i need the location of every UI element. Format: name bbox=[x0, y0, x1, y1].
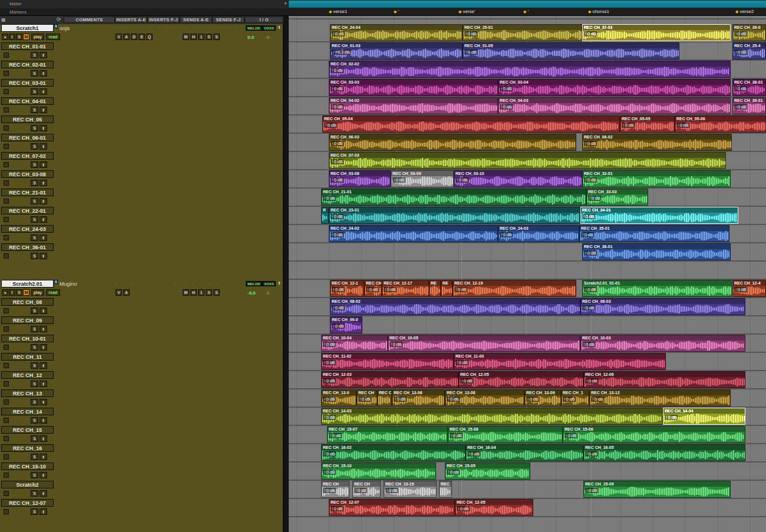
timeline-marker[interactable]: ◆' bbox=[523, 9, 529, 15]
audio-clip[interactable]: REC CH_12-07↑0 dB bbox=[329, 499, 455, 516]
audio-clip[interactable]: REC CH↑0 dB bbox=[356, 389, 377, 407]
solo-button[interactable]: S bbox=[31, 417, 38, 424]
solo-button[interactable]: S bbox=[31, 435, 38, 442]
audio-clip[interactable]: REC CH_11-02↑0 dB bbox=[321, 353, 454, 370]
solo-button[interactable]: S bbox=[31, 52, 38, 58]
track-name[interactable]: REC CH_11 bbox=[1, 353, 54, 361]
solo-button[interactable]: S bbox=[31, 234, 38, 241]
column-header[interactable]: INSERTS A-E bbox=[115, 16, 147, 23]
audio-clip[interactable]: REC CH_05-04↑0 dB bbox=[322, 115, 620, 133]
track-arrow-icon[interactable]: ⬆ bbox=[39, 125, 47, 131]
track-block-icon[interactable] bbox=[4, 418, 9, 423]
audio-clip[interactable]: REC CH_03-08↑0 dB bbox=[329, 170, 391, 187]
audio-clip[interactable]: REC CH_13-09↑0 dB bbox=[524, 389, 561, 407]
solo-button[interactable]: S bbox=[31, 70, 38, 77]
track-arrow-icon[interactable]: ⬆ bbox=[39, 435, 47, 442]
insert-chip[interactable]: V bbox=[115, 34, 122, 40]
audio-clip[interactable]: REC CH_24-03↑0 dB bbox=[498, 225, 579, 242]
input-button[interactable]: I bbox=[9, 289, 15, 296]
audio-clip[interactable]: REC CH_15-07↑0 dB bbox=[327, 426, 448, 443]
automation-mode-button[interactable]: read bbox=[46, 34, 60, 40]
audio-clip[interactable]: REC CH_24-04↑0 dB bbox=[330, 24, 463, 41]
track-name[interactable]: REC CH_06-01 bbox=[1, 134, 54, 141]
solo-button[interactable]: S bbox=[31, 381, 38, 387]
audio-clip[interactable]: REC CH_12-1↑0 dB bbox=[330, 280, 364, 297]
audio-clip[interactable]: REC CH_16-04↑0 dB bbox=[465, 444, 583, 461]
send-chip[interactable]: 1 bbox=[198, 289, 204, 296]
column-header[interactable]: INSERTS F-J bbox=[147, 16, 180, 23]
audio-clip[interactable]: REC bbox=[439, 481, 452, 498]
output-assignment[interactable]: VOXS bbox=[262, 25, 276, 31]
track-block-icon[interactable] bbox=[4, 107, 9, 113]
track-block-icon[interactable] bbox=[4, 399, 9, 405]
track-block-icon[interactable] bbox=[4, 326, 9, 332]
audio-clip[interactable]: REC CH↑0 dB bbox=[321, 481, 349, 498]
track-name[interactable]: REC CH_14 bbox=[1, 408, 54, 415]
track-name[interactable]: REC CH_22-01 bbox=[1, 207, 54, 214]
track-block-icon[interactable] bbox=[4, 454, 9, 460]
timeline-marker[interactable]: ◆verse2 bbox=[735, 9, 754, 15]
automation-mode-button[interactable]: read bbox=[46, 289, 60, 296]
audio-clip[interactable]: REC CH_13-12↑0 dB bbox=[589, 389, 731, 407]
track-arrow-icon[interactable]: ⬆ bbox=[39, 216, 47, 223]
insert-chip[interactable]: A bbox=[123, 289, 130, 296]
audio-clip[interactable]: REC CH_14-04↑0 dB bbox=[663, 408, 745, 425]
track-name[interactable]: REC CH_24-03 bbox=[1, 225, 54, 233]
solo-button[interactable]: S bbox=[31, 362, 38, 369]
track-name[interactable]: REC CH_15-10 bbox=[1, 462, 54, 470]
track-name[interactable]: REC CH_21-01 bbox=[1, 189, 54, 196]
audio-clip[interactable]: RE bbox=[429, 280, 441, 297]
audio-clip[interactable]: REC CH_32-01↑0 dB bbox=[582, 170, 731, 187]
solo-button[interactable]: S bbox=[31, 180, 38, 186]
audio-clip[interactable]: REC CH_39-0↑0 dB bbox=[732, 24, 766, 41]
solo-button[interactable]: S bbox=[31, 472, 38, 478]
audio-clip[interactable]: REC CH_15-09↑0 dB bbox=[583, 481, 731, 498]
track-name[interactable]: Scratch2.01 bbox=[1, 280, 54, 288]
solo-button[interactable]: S bbox=[31, 125, 38, 131]
audio-clip[interactable]: REC CH_15-08↑0 dB bbox=[448, 426, 563, 443]
volume-readout[interactable]: -9.0 bbox=[247, 290, 256, 296]
add-meter-button[interactable]: + bbox=[284, 1, 287, 6]
track-block-icon[interactable] bbox=[4, 180, 9, 186]
column-header[interactable]: SENDS A-E bbox=[180, 16, 212, 23]
audio-clip[interactable]: REC CH_10-05↑0 dB bbox=[388, 335, 580, 352]
track-block-icon[interactable] bbox=[4, 89, 9, 94]
track-arrow-icon[interactable]: ⬆ bbox=[39, 417, 47, 424]
audio-clip[interactable]: REC CH_13-06↑0 dB bbox=[392, 389, 445, 407]
track-arrow-icon[interactable]: ⬆ bbox=[39, 143, 47, 150]
audio-clip[interactable]: REC CH_15-10↑0 dB bbox=[321, 462, 436, 480]
audio-clip[interactable]: REC CH_12-06↑0 dB bbox=[583, 371, 745, 388]
mute-button[interactable]: M bbox=[23, 34, 29, 40]
record-button[interactable]: ● bbox=[2, 34, 8, 40]
send-chip[interactable]: S bbox=[213, 289, 220, 296]
track-name[interactable]: REC CH_03-08 bbox=[1, 170, 54, 178]
solo-button[interactable]: S bbox=[31, 107, 38, 113]
audio-clip[interactable]: REC CH_21-01↑0 dB bbox=[321, 189, 586, 206]
send-chip[interactable]: S bbox=[206, 289, 212, 296]
audio-clip[interactable]: REC CH_12-4↑0 dB bbox=[732, 280, 766, 297]
track-block-icon[interactable] bbox=[4, 52, 9, 58]
track-comment[interactable]: ooja bbox=[60, 25, 70, 31]
solo-button[interactable]: S bbox=[31, 490, 38, 497]
track-arrow-icon[interactable]: ⬆ bbox=[39, 180, 47, 186]
track-arrow-icon[interactable]: ⬆ bbox=[39, 253, 47, 259]
output-assignment[interactable]: MELOD bbox=[246, 25, 262, 31]
audio-clip[interactable]: REC CH_02-02↑0 dB bbox=[329, 61, 731, 78]
audio-clip[interactable]: REC CH↑0 dB bbox=[352, 481, 381, 498]
audio-clip[interactable]: REC CH_05-06↑0 dB bbox=[675, 115, 766, 133]
send-chip[interactable]: S bbox=[213, 34, 220, 40]
track-name[interactable]: REC CH_03-01 bbox=[1, 79, 54, 87]
panel-divider[interactable] bbox=[283, 16, 289, 532]
meter-ruler-bar[interactable] bbox=[289, 1, 766, 8]
track-name[interactable]: Scratch2 bbox=[1, 481, 54, 488]
pan-readout[interactable]: ∙ 0 ∙ bbox=[265, 291, 272, 295]
audio-clip[interactable]: R bbox=[321, 207, 329, 224]
audio-clip[interactable]: REC CH_13-0↑0 dB bbox=[321, 389, 356, 407]
track-block-icon[interactable] bbox=[4, 491, 9, 496]
send-chip[interactable]: H bbox=[190, 34, 197, 40]
track-block-icon[interactable] bbox=[4, 436, 9, 441]
audio-clip[interactable]: REC CH_12-03↑0 dB bbox=[321, 371, 458, 388]
send-chip[interactable]: M bbox=[183, 34, 189, 40]
track-block-icon[interactable] bbox=[4, 308, 9, 313]
audio-clip[interactable]: RE bbox=[441, 280, 453, 297]
